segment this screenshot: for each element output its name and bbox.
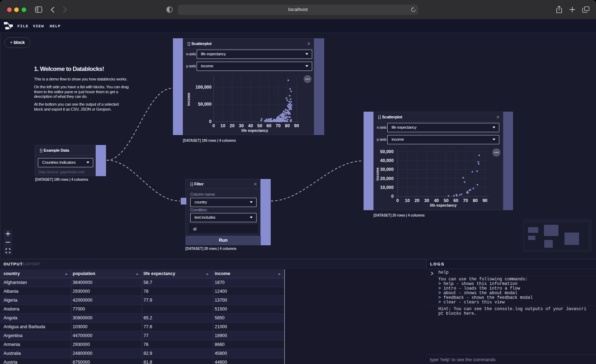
svg-text:0: 0 — [391, 194, 394, 199]
svg-text:70: 70 — [463, 198, 468, 203]
svg-text:80: 80 — [473, 198, 478, 203]
svg-text:income: income — [375, 167, 379, 180]
svg-text:100,000: 100,000 — [196, 85, 212, 90]
svg-text:40,000: 40,000 — [380, 158, 394, 163]
svg-text:0: 0 — [213, 123, 215, 128]
svg-text:10,000: 10,000 — [380, 185, 394, 190]
svg-text:40: 40 — [248, 123, 253, 128]
svg-text:70: 70 — [276, 123, 281, 128]
svg-text:0: 0 — [397, 198, 399, 203]
svg-text:50,000: 50,000 — [198, 102, 212, 107]
svg-text:0: 0 — [209, 119, 212, 124]
svg-text:life expectancy: life expectancy — [430, 203, 456, 207]
svg-text:30: 30 — [239, 123, 244, 128]
svg-text:30,000: 30,000 — [380, 167, 394, 172]
svg-text:80: 80 — [285, 123, 290, 128]
svg-text:50: 50 — [444, 198, 449, 203]
svg-text:40: 40 — [434, 198, 439, 203]
svg-text:60: 60 — [453, 198, 458, 203]
svg-text:income: income — [186, 93, 191, 106]
svg-text:10: 10 — [220, 123, 225, 128]
svg-text:50,000: 50,000 — [380, 149, 394, 154]
svg-text:20,000: 20,000 — [380, 176, 394, 181]
svg-text:10: 10 — [405, 198, 410, 203]
svg-text:90: 90 — [483, 198, 488, 203]
svg-text:20: 20 — [230, 123, 235, 128]
svg-text:90: 90 — [294, 123, 299, 128]
svg-text:life expectancy: life expectancy — [241, 128, 268, 133]
svg-text:30: 30 — [424, 198, 429, 203]
svg-text:50: 50 — [257, 123, 262, 128]
svg-text:60: 60 — [266, 123, 271, 128]
svg-text:20: 20 — [415, 198, 420, 203]
